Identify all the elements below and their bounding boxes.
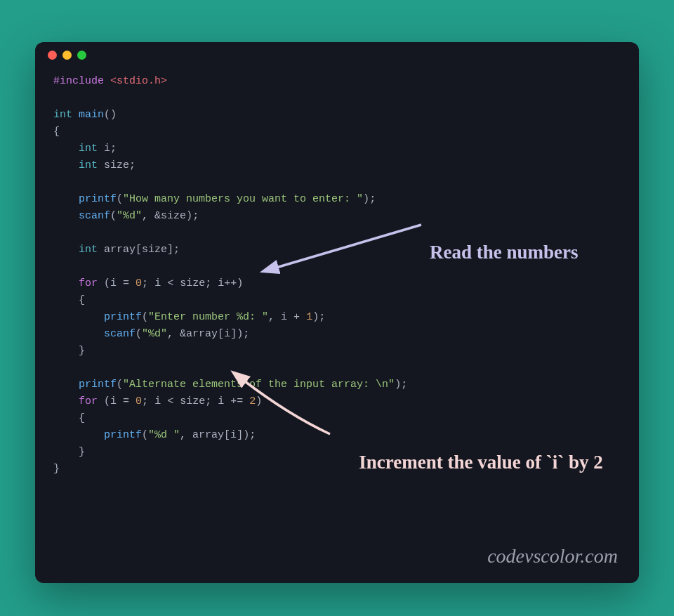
editor-window: #include <stdio.h> int main() { int i; i… xyxy=(35,42,639,583)
code-block: #include <stdio.h> int main() { int i; i… xyxy=(35,67,639,478)
title-bar xyxy=(35,42,639,67)
minimize-icon[interactable] xyxy=(62,51,72,60)
header-stdio: <stdio.h> xyxy=(110,75,167,87)
close-icon[interactable] xyxy=(48,51,57,60)
watermark: codevscolor.com xyxy=(487,545,618,568)
preproc-include: #include xyxy=(53,75,104,87)
zoom-icon[interactable] xyxy=(77,51,86,60)
